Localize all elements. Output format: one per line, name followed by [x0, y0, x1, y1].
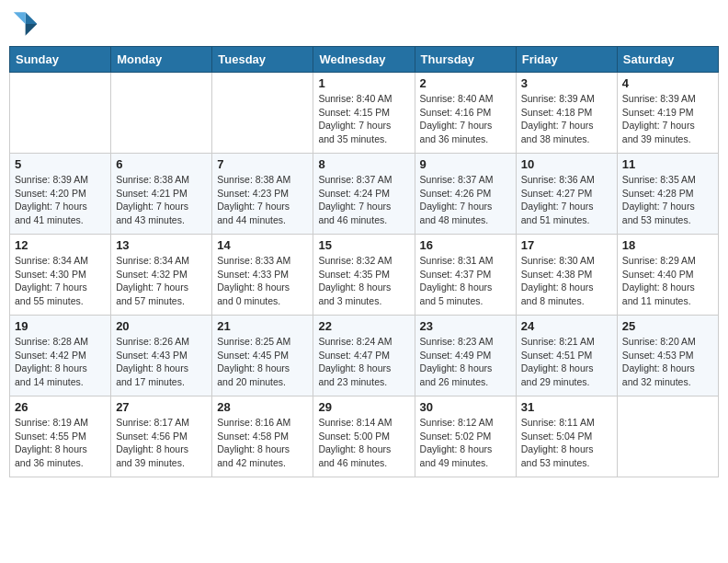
week-row-3: 12Sunrise: 8:34 AM Sunset: 4:30 PM Dayli…: [10, 235, 719, 316]
day-cell: 7Sunrise: 8:38 AM Sunset: 4:23 PM Daylig…: [212, 154, 313, 235]
day-number: 4: [622, 76, 713, 90]
day-info: Sunrise: 8:25 AM Sunset: 4:45 PM Dayligh…: [217, 335, 308, 389]
day-info: Sunrise: 8:14 AM Sunset: 5:00 PM Dayligh…: [318, 416, 409, 470]
day-info: Sunrise: 8:21 AM Sunset: 4:51 PM Dayligh…: [521, 335, 612, 389]
day-cell: 28Sunrise: 8:16 AM Sunset: 4:58 PM Dayli…: [212, 396, 313, 477]
day-info: Sunrise: 8:28 AM Sunset: 4:42 PM Dayligh…: [15, 335, 106, 389]
day-cell: 20Sunrise: 8:26 AM Sunset: 4:43 PM Dayli…: [111, 316, 212, 396]
day-number: 8: [318, 157, 409, 171]
day-info: Sunrise: 8:24 AM Sunset: 4:47 PM Dayligh…: [318, 335, 409, 389]
day-cell: 31Sunrise: 8:11 AM Sunset: 5:04 PM Dayli…: [516, 396, 617, 477]
day-info: Sunrise: 8:32 AM Sunset: 4:35 PM Dayligh…: [318, 254, 409, 308]
day-cell: 14Sunrise: 8:33 AM Sunset: 4:33 PM Dayli…: [212, 235, 313, 316]
header-day-saturday: Saturday: [617, 47, 718, 73]
day-number: 7: [217, 157, 308, 171]
day-number: 31: [521, 400, 612, 414]
day-info: Sunrise: 8:34 AM Sunset: 4:30 PM Dayligh…: [15, 254, 106, 308]
day-cell: 8Sunrise: 8:37 AM Sunset: 4:24 PM Daylig…: [313, 154, 415, 235]
day-number: 1: [318, 76, 409, 90]
day-cell: 27Sunrise: 8:17 AM Sunset: 4:56 PM Dayli…: [111, 396, 212, 477]
calendar-body: 1Sunrise: 8:40 AM Sunset: 4:15 PM Daylig…: [10, 73, 719, 477]
day-info: Sunrise: 8:39 AM Sunset: 4:19 PM Dayligh…: [622, 92, 713, 146]
day-info: Sunrise: 8:38 AM Sunset: 4:21 PM Dayligh…: [116, 173, 207, 227]
day-info: Sunrise: 8:40 AM Sunset: 4:15 PM Dayligh…: [318, 92, 409, 146]
week-row-2: 5Sunrise: 8:39 AM Sunset: 4:20 PM Daylig…: [10, 154, 719, 235]
header-row: SundayMondayTuesdayWednesdayThursdayFrid…: [10, 47, 719, 73]
svg-marker-0: [26, 12, 38, 24]
day-number: 3: [521, 76, 612, 90]
day-cell: 13Sunrise: 8:34 AM Sunset: 4:32 PM Dayli…: [111, 235, 212, 316]
day-cell: 6Sunrise: 8:38 AM Sunset: 4:21 PM Daylig…: [111, 154, 212, 235]
day-cell: 5Sunrise: 8:39 AM Sunset: 4:20 PM Daylig…: [10, 154, 111, 235]
day-cell: 11Sunrise: 8:35 AM Sunset: 4:28 PM Dayli…: [617, 154, 718, 235]
logo: [9, 9, 42, 39]
day-cell: [10, 73, 111, 154]
day-info: Sunrise: 8:20 AM Sunset: 4:53 PM Dayligh…: [622, 335, 713, 389]
day-number: 17: [521, 238, 612, 252]
day-number: 26: [15, 400, 106, 414]
header-day-tuesday: Tuesday: [212, 47, 313, 73]
header-day-sunday: Sunday: [10, 47, 111, 73]
day-cell: 25Sunrise: 8:20 AM Sunset: 4:53 PM Dayli…: [617, 316, 718, 396]
day-info: Sunrise: 8:16 AM Sunset: 4:58 PM Dayligh…: [217, 416, 308, 470]
header-day-wednesday: Wednesday: [313, 47, 415, 73]
day-cell: 23Sunrise: 8:23 AM Sunset: 4:49 PM Dayli…: [415, 316, 516, 396]
day-info: Sunrise: 8:36 AM Sunset: 4:27 PM Dayligh…: [521, 173, 612, 227]
week-row-5: 26Sunrise: 8:19 AM Sunset: 4:55 PM Dayli…: [10, 396, 719, 477]
day-cell: 22Sunrise: 8:24 AM Sunset: 4:47 PM Dayli…: [313, 316, 415, 396]
page-header: [9, 9, 719, 39]
day-info: Sunrise: 8:39 AM Sunset: 4:18 PM Dayligh…: [521, 92, 612, 146]
day-cell: 21Sunrise: 8:25 AM Sunset: 4:45 PM Dayli…: [212, 316, 313, 396]
day-info: Sunrise: 8:11 AM Sunset: 5:04 PM Dayligh…: [521, 416, 612, 470]
day-info: Sunrise: 8:35 AM Sunset: 4:28 PM Dayligh…: [622, 173, 713, 227]
day-cell: 19Sunrise: 8:28 AM Sunset: 4:42 PM Dayli…: [10, 316, 111, 396]
day-cell: 4Sunrise: 8:39 AM Sunset: 4:19 PM Daylig…: [617, 73, 718, 154]
day-number: 13: [116, 238, 207, 252]
svg-marker-1: [26, 24, 38, 36]
day-number: 23: [420, 319, 511, 333]
day-info: Sunrise: 8:37 AM Sunset: 4:26 PM Dayligh…: [420, 173, 511, 227]
day-info: Sunrise: 8:23 AM Sunset: 4:49 PM Dayligh…: [420, 335, 511, 389]
day-number: 12: [15, 238, 106, 252]
day-info: Sunrise: 8:34 AM Sunset: 4:32 PM Dayligh…: [116, 254, 207, 308]
day-info: Sunrise: 8:33 AM Sunset: 4:33 PM Dayligh…: [217, 254, 308, 308]
header-day-friday: Friday: [516, 47, 617, 73]
day-info: Sunrise: 8:37 AM Sunset: 4:24 PM Dayligh…: [318, 173, 409, 227]
header-day-monday: Monday: [111, 47, 212, 73]
day-info: Sunrise: 8:17 AM Sunset: 4:56 PM Dayligh…: [116, 416, 207, 470]
day-cell: 26Sunrise: 8:19 AM Sunset: 4:55 PM Dayli…: [10, 396, 111, 477]
day-cell: 24Sunrise: 8:21 AM Sunset: 4:51 PM Dayli…: [516, 316, 617, 396]
day-number: 21: [217, 319, 308, 333]
day-number: 16: [420, 238, 511, 252]
calendar-table: SundayMondayTuesdayWednesdayThursdayFrid…: [9, 46, 719, 477]
day-cell: 3Sunrise: 8:39 AM Sunset: 4:18 PM Daylig…: [516, 73, 617, 154]
day-cell: 9Sunrise: 8:37 AM Sunset: 4:26 PM Daylig…: [415, 154, 516, 235]
day-info: Sunrise: 8:29 AM Sunset: 4:40 PM Dayligh…: [622, 254, 713, 308]
day-info: Sunrise: 8:12 AM Sunset: 5:02 PM Dayligh…: [420, 416, 511, 470]
day-cell: 10Sunrise: 8:36 AM Sunset: 4:27 PM Dayli…: [516, 154, 617, 235]
day-cell: 17Sunrise: 8:30 AM Sunset: 4:38 PM Dayli…: [516, 235, 617, 316]
day-number: 29: [318, 400, 409, 414]
day-cell: 2Sunrise: 8:40 AM Sunset: 4:16 PM Daylig…: [415, 73, 516, 154]
day-number: 22: [318, 319, 409, 333]
day-info: Sunrise: 8:38 AM Sunset: 4:23 PM Dayligh…: [217, 173, 308, 227]
day-number: 9: [420, 157, 511, 171]
day-info: Sunrise: 8:31 AM Sunset: 4:37 PM Dayligh…: [420, 254, 511, 308]
day-cell: 12Sunrise: 8:34 AM Sunset: 4:30 PM Dayli…: [10, 235, 111, 316]
day-cell: 15Sunrise: 8:32 AM Sunset: 4:35 PM Dayli…: [313, 235, 415, 316]
day-number: 30: [420, 400, 511, 414]
day-cell: 30Sunrise: 8:12 AM Sunset: 5:02 PM Dayli…: [415, 396, 516, 477]
day-cell: 1Sunrise: 8:40 AM Sunset: 4:15 PM Daylig…: [313, 73, 415, 154]
day-number: 27: [116, 400, 207, 414]
day-number: 11: [622, 157, 713, 171]
day-info: Sunrise: 8:40 AM Sunset: 4:16 PM Dayligh…: [420, 92, 511, 146]
day-cell: 29Sunrise: 8:14 AM Sunset: 5:00 PM Dayli…: [313, 396, 415, 477]
week-row-1: 1Sunrise: 8:40 AM Sunset: 4:15 PM Daylig…: [10, 73, 719, 154]
day-cell: 16Sunrise: 8:31 AM Sunset: 4:37 PM Dayli…: [415, 235, 516, 316]
day-number: 15: [318, 238, 409, 252]
day-number: 18: [622, 238, 713, 252]
day-number: 20: [116, 319, 207, 333]
day-number: 5: [15, 157, 106, 171]
day-info: Sunrise: 8:39 AM Sunset: 4:20 PM Dayligh…: [15, 173, 106, 227]
header-day-thursday: Thursday: [415, 47, 516, 73]
